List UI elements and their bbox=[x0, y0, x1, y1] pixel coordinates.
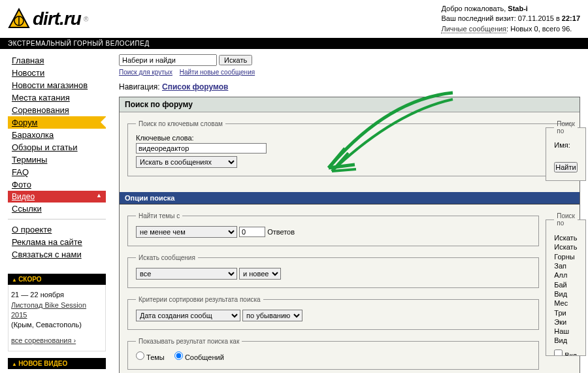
logo[interactable]: dirt.ru ® bbox=[8, 4, 88, 34]
find-themes-fieldset: Найти темы с не менее чем Ответов bbox=[127, 212, 539, 246]
show-as-fieldset: Показывать результат поиска как Темы Соо… bbox=[127, 338, 539, 370]
nav-extra-2[interactable]: Связаться с нами bbox=[8, 248, 106, 261]
options-header: Опции поиска bbox=[120, 192, 580, 204]
nav-item-2[interactable]: Новости магазинов bbox=[8, 79, 106, 91]
nav-item-9[interactable]: FAQ bbox=[8, 166, 106, 178]
sort-dir-select[interactable]: по убыванию bbox=[242, 310, 302, 321]
categories-fieldset: Поиск по ИскатьИскатьГорны ЗапАллБайВидМ… bbox=[546, 212, 586, 356]
nav-item-5[interactable]: Форум bbox=[8, 116, 106, 129]
sort-fieldset: Критерии сортировки результата поиска Да… bbox=[127, 296, 539, 330]
soon-box: СКОРО 21 — 22 ноября Листопад Bike Sessi… bbox=[8, 274, 106, 351]
category-list[interactable]: ИскатьИскатьГорны ЗапАллБайВидМесТриЭкиН… bbox=[554, 233, 578, 346]
keywords-input[interactable] bbox=[136, 143, 267, 154]
find-op-select[interactable]: не менее чем bbox=[136, 226, 237, 238]
search-panel: Поиск по форуму Поиск по ключевым словам… bbox=[119, 97, 580, 373]
include-checkbox[interactable] bbox=[554, 349, 563, 356]
find-user-button[interactable]: Найти bbox=[554, 162, 577, 172]
nav-item-8[interactable]: Термины bbox=[8, 154, 106, 166]
nav-item-12[interactable]: Ссылки bbox=[8, 203, 106, 215]
advanced-search-link[interactable]: Поиск для крутых bbox=[119, 69, 172, 76]
panel-title: Поиск по форуму bbox=[120, 97, 580, 112]
all-events-link[interactable]: все соревнования › bbox=[11, 336, 76, 346]
find-num-input[interactable] bbox=[239, 227, 265, 237]
nav-item-1[interactable]: Новости bbox=[8, 67, 106, 79]
soon-date: 21 — 22 ноября bbox=[11, 290, 103, 300]
search-button[interactable]: Искать bbox=[219, 55, 252, 65]
welcome-block: Добро пожаловать, Stab-i Ваш последний в… bbox=[441, 4, 580, 34]
nav-item-4[interactable]: Соревнования bbox=[8, 104, 106, 116]
breadcrumb: Навигация: Список форумов bbox=[119, 82, 580, 91]
video-box: НОВОЕ ВИДЕО bbox=[8, 358, 106, 369]
tagline: ЭКСТРЕМАЛЬНЫЙ ГОРНЫЙ ВЕЛОСИПЕД bbox=[0, 38, 588, 49]
nav-item-0[interactable]: Главная bbox=[8, 54, 106, 67]
search-scope-select[interactable]: Искать в сообщениях bbox=[136, 156, 237, 168]
nav-menu: ГлавнаяНовостиНовости магазиновМеста кат… bbox=[8, 54, 106, 261]
msgs-order-select[interactable]: и новее bbox=[239, 268, 281, 280]
nav-item-11[interactable]: Видео bbox=[8, 191, 106, 203]
search-input[interactable] bbox=[119, 54, 217, 66]
nav-item-6[interactable]: Барахолка bbox=[8, 129, 106, 141]
breadcrumb-link[interactable]: Список форумов bbox=[162, 82, 228, 91]
logo-text: dirt.ru bbox=[33, 8, 81, 29]
video-title: НОВОЕ ВИДЕО bbox=[8, 358, 106, 369]
search-messages-fieldset: Искать сообщения все и новее bbox=[127, 254, 539, 288]
show-as-themes[interactable]: Темы bbox=[136, 353, 165, 361]
nav-item-10[interactable]: Фото bbox=[8, 178, 106, 191]
user-fieldset: Поиск по Имя: Найти bbox=[546, 120, 586, 181]
nav-extra-1[interactable]: Реклама на сайте bbox=[8, 236, 106, 248]
main-content: Искать Поиск для крутых Найти новые сооб… bbox=[119, 54, 580, 373]
top-search: Искать bbox=[119, 54, 580, 66]
new-posts-link[interactable]: Найти новые сообщения bbox=[180, 69, 255, 76]
soon-title: СКОРО bbox=[8, 274, 106, 285]
logo-reg: ® bbox=[84, 16, 88, 23]
nav-item-7[interactable]: Обзоры и статьи bbox=[8, 141, 106, 154]
nav-item-3[interactable]: Места катания bbox=[8, 91, 106, 104]
keywords-fieldset: Поиск по ключевым словам Ключевые слова:… bbox=[127, 120, 572, 176]
logo-icon bbox=[8, 8, 30, 30]
soon-event[interactable]: Листопад Bike Session 2015 bbox=[11, 301, 86, 319]
nav-extra-0[interactable]: О проекте bbox=[8, 223, 106, 236]
header: dirt.ru ® Добро пожаловать, Stab-i Ваш п… bbox=[0, 0, 588, 38]
sort-field-select[interactable]: Дата создания сообщ bbox=[136, 310, 240, 321]
show-as-messages[interactable]: Сообщений bbox=[174, 353, 224, 361]
soon-place: (Крым, Севастополь) bbox=[11, 320, 103, 330]
msgs-scope-select[interactable]: все bbox=[136, 268, 237, 280]
pm-link[interactable]: Личные сообщения bbox=[441, 25, 506, 33]
username: Stab-i bbox=[508, 5, 528, 12]
sidebar: ГлавнаяНовостиНовости магазиновМеста кат… bbox=[8, 54, 106, 373]
